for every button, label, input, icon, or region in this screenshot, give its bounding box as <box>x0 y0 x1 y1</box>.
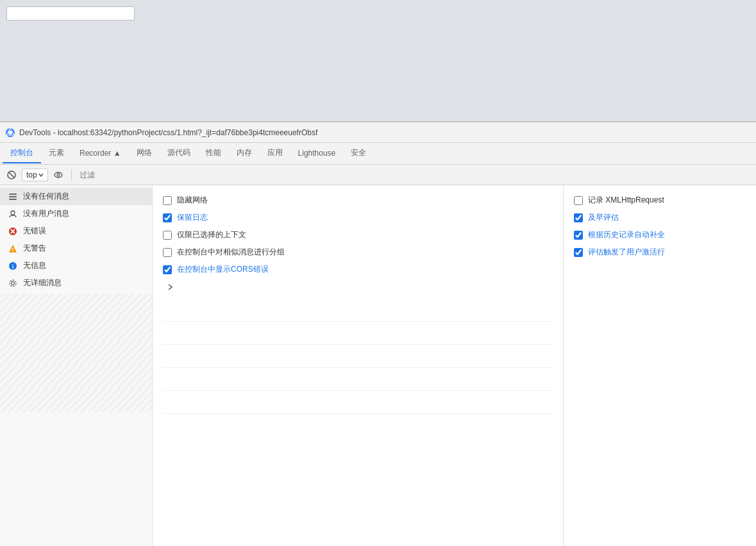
devtools-titlebar: DevTools - localhost:63342/pythonProject… <box>0 122 756 143</box>
right-checkboxes-panel: 记录 XMLHttpRequest 及早评估 根据历史记录自动补全 评估触发了用… <box>564 185 756 546</box>
chevron-down-icon <box>38 172 44 178</box>
info-icon: i <box>8 261 18 271</box>
log-xhr-checkbox[interactable] <box>574 196 583 205</box>
devtools-toolbar: top <box>0 165 756 185</box>
tab-console[interactable]: 控制台 <box>3 144 41 163</box>
eager-eval-label: 及早评估 <box>588 212 619 223</box>
cors-errors-checkbox[interactable] <box>163 265 172 274</box>
sidebar-empty <box>0 294 152 412</box>
tab-security[interactable]: 安全 <box>343 144 374 163</box>
selected-context-row: 仅限已选择的上下文 <box>163 226 553 244</box>
toolbar-separator <box>71 169 72 181</box>
hide-network-row: 隐藏网络 <box>163 192 553 209</box>
log-xhr-label: 记录 XMLHttpRequest <box>588 195 664 206</box>
sidebar-user-label: 没有用户消息 <box>23 208 69 219</box>
sidebar-warnings-label: 无警告 <box>23 243 46 254</box>
user-activation-label: 评估触发了用户激活行 <box>588 247 665 258</box>
svg-text:i: i <box>12 263 14 270</box>
devtools-main: 没有任何消息 没有用户消息 <box>0 185 756 546</box>
hide-network-label: 隐藏网络 <box>177 195 208 206</box>
svg-point-1 <box>8 131 12 135</box>
group-similar-row: 在控制台中对相似消息进行分组 <box>163 244 553 261</box>
autocomplete-history-checkbox[interactable] <box>574 231 583 240</box>
cors-errors-row: 在控制台中显示CORS错误 <box>163 261 553 278</box>
svg-text:!: ! <box>12 247 14 253</box>
svg-rect-6 <box>9 194 17 195</box>
selected-context-checkbox[interactable] <box>163 231 172 240</box>
info-circle-icon: i <box>8 261 17 270</box>
warning-triangle-icon: ! <box>8 244 17 253</box>
devtools-tabs: 控制台 元素 Recorder ▲ 网络 源代码 性能 内存 应用 Lighth… <box>0 143 756 165</box>
tab-recorder[interactable]: Recorder ▲ <box>72 145 129 163</box>
eye-icon <box>54 172 63 178</box>
sidebar-item-info[interactable]: i 无信息 <box>0 257 152 274</box>
console-content: 隐藏网络 保留日志 仅限已选择的上下文 在控制台中对相似消息进行分组 <box>153 185 756 546</box>
svg-point-4 <box>55 172 62 178</box>
group-similar-label: 在控制台中对相似消息进行分组 <box>177 247 285 258</box>
left-checkboxes-panel: 隐藏网络 保留日志 仅限已选择的上下文 在控制台中对相似消息进行分组 <box>153 185 564 546</box>
devtools-title: DevTools - localhost:63342/pythonProject… <box>19 128 317 137</box>
autocomplete-history-label: 根据历史记录自动补全 <box>588 229 665 240</box>
sidebar-item-warnings[interactable]: ! 无警告 <box>0 240 152 257</box>
context-selector[interactable]: top <box>22 169 48 181</box>
eager-eval-row: 及早评估 <box>574 209 746 226</box>
verbose-icon <box>8 278 18 288</box>
autocomplete-history-row: 根据历史记录自动补全 <box>574 226 746 244</box>
sidebar-item-all[interactable]: 没有任何消息 <box>0 188 152 205</box>
sidebar-item-verbose[interactable]: 无详细消息 <box>0 274 152 292</box>
tab-elements[interactable]: 元素 <box>41 144 72 163</box>
list-icon <box>8 192 18 202</box>
selected-context-label: 仅限已选择的上下文 <box>177 229 246 240</box>
empty-rows <box>163 299 553 414</box>
error-circle-icon <box>8 227 17 236</box>
chevron-right-icon <box>167 283 174 291</box>
eager-eval-checkbox[interactable] <box>574 213 583 222</box>
svg-rect-7 <box>9 196 17 197</box>
user-message-icon <box>8 210 17 219</box>
gear-icon <box>8 279 17 288</box>
sidebar-item-user[interactable]: 没有用户消息 <box>0 205 152 222</box>
svg-point-9 <box>11 211 15 215</box>
group-similar-checkbox[interactable] <box>163 248 172 257</box>
svg-point-18 <box>10 280 16 286</box>
preserve-log-checkbox[interactable] <box>163 213 172 222</box>
devtools-window: DevTools - localhost:63342/pythonProject… <box>0 122 756 546</box>
svg-rect-8 <box>9 199 17 200</box>
all-messages-icon <box>8 192 17 201</box>
tab-performance[interactable]: 性能 <box>198 144 229 163</box>
user-activation-checkbox[interactable] <box>574 248 583 257</box>
sidebar-errors-label: 无错误 <box>23 226 46 236</box>
sidebar-info-label: 无信息 <box>23 260 46 271</box>
console-sidebar: 没有任何消息 没有用户消息 <box>0 185 153 546</box>
tab-network[interactable]: 网络 <box>129 144 160 163</box>
filter-input[interactable] <box>77 169 752 181</box>
log-xhr-row: 记录 XMLHttpRequest <box>574 192 746 209</box>
address-bar[interactable] <box>6 6 135 21</box>
error-icon <box>8 226 18 236</box>
sidebar-verbose-label: 无详细消息 <box>23 277 62 288</box>
user-icon <box>8 209 18 219</box>
tab-application[interactable]: 应用 <box>260 144 290 163</box>
clear-console-button[interactable] <box>4 167 19 183</box>
svg-line-3 <box>9 172 15 178</box>
svg-point-5 <box>57 174 60 176</box>
user-activation-row: 评估触发了用户激活行 <box>574 244 746 261</box>
warning-icon: ! <box>8 244 18 254</box>
top-label: top <box>26 170 37 179</box>
tab-lighthouse[interactable]: Lighthouse <box>290 145 344 163</box>
sidebar-all-label: 没有任何消息 <box>23 191 69 202</box>
sidebar-item-errors[interactable]: 无错误 <box>0 222 152 240</box>
svg-point-17 <box>12 281 15 285</box>
preserve-log-row: 保留日志 <box>163 209 553 226</box>
chrome-logo-icon <box>5 128 15 138</box>
tab-sources[interactable]: 源代码 <box>160 144 198 163</box>
ban-icon <box>7 170 16 179</box>
preserve-log-label: 保留日志 <box>177 212 208 223</box>
browser-chrome <box>0 0 756 122</box>
tab-memory[interactable]: 内存 <box>229 144 260 163</box>
custom-formatters-button[interactable] <box>51 167 66 183</box>
cors-errors-label: 在控制台中显示CORS错误 <box>177 264 269 275</box>
expand-button[interactable] <box>164 281 177 294</box>
hide-network-checkbox[interactable] <box>163 196 172 205</box>
